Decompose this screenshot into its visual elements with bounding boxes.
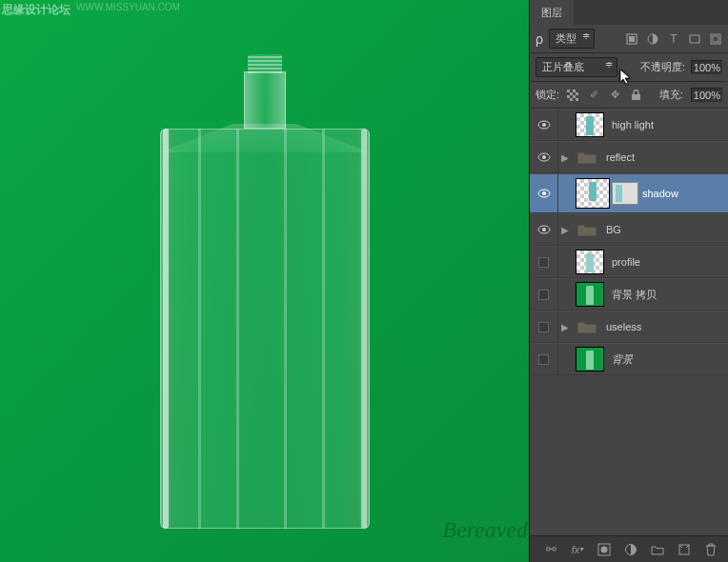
opacity-value[interactable]: 100% bbox=[691, 60, 722, 74]
visibility-toggle[interactable] bbox=[530, 311, 558, 342]
watermark-url: WWW.MISSYUAN.COM bbox=[76, 2, 180, 12]
canvas-area bbox=[0, 0, 529, 562]
svg-point-11 bbox=[542, 123, 546, 127]
visibility-toggle[interactable] bbox=[530, 247, 558, 277]
filter-shape-icon[interactable] bbox=[688, 32, 701, 46]
expand-icon[interactable]: ▶ bbox=[558, 152, 572, 163]
filter-smart-icon[interactable] bbox=[709, 32, 722, 46]
layer-name: BG bbox=[606, 224, 621, 235]
visibility-toggle[interactable] bbox=[530, 344, 558, 374]
layer-thumbnail bbox=[576, 178, 610, 209]
filter-row: ρ 类型 T bbox=[530, 25, 728, 53]
layer-name: high light bbox=[612, 119, 654, 130]
layer-name: 背景 bbox=[612, 352, 633, 367]
layer-thumbnail bbox=[576, 282, 604, 307]
lock-all-icon[interactable] bbox=[628, 88, 643, 103]
folder-icon bbox=[576, 148, 598, 167]
filter-adjust-icon[interactable] bbox=[646, 32, 659, 46]
layer-row-profile[interactable]: profile bbox=[530, 246, 728, 278]
lock-position-icon[interactable]: ✥ bbox=[607, 88, 622, 103]
layer-thumbnail bbox=[576, 347, 604, 371]
eye-icon bbox=[537, 189, 551, 198]
new-layer-icon[interactable] bbox=[677, 542, 692, 557]
layer-name: profile bbox=[612, 256, 640, 268]
layer-row-shadow[interactable]: shadow bbox=[530, 173, 728, 213]
folder-icon bbox=[576, 220, 598, 239]
mask-thumbnail bbox=[612, 182, 638, 205]
blend-mode-dropdown[interactable]: 正片叠底 bbox=[536, 57, 617, 77]
visibility-toggle[interactable] bbox=[530, 214, 558, 245]
layer-name: 背景 拷贝 bbox=[612, 288, 657, 302]
eye-icon bbox=[537, 225, 551, 234]
lock-paint-icon[interactable]: ✐ bbox=[586, 88, 601, 103]
eye-icon bbox=[537, 152, 551, 162]
expand-icon[interactable]: ▶ bbox=[558, 322, 572, 332]
adjustment-icon[interactable] bbox=[623, 542, 638, 557]
panel-tabs: 图层 bbox=[530, 0, 728, 25]
fx-icon[interactable]: fx▾ bbox=[570, 542, 585, 557]
layers-list: high light ▶ reflect shadow ▶ BG bbox=[530, 109, 728, 375]
layer-row-reflect[interactable]: ▶ reflect bbox=[530, 141, 728, 173]
eye-icon bbox=[537, 120, 551, 130]
filter-text-icon[interactable]: T bbox=[667, 32, 680, 46]
opacity-label: 不透明度: bbox=[640, 60, 685, 74]
layer-name: reflect bbox=[606, 151, 635, 163]
fill-value[interactable]: 100% bbox=[691, 88, 722, 102]
layer-name: useless bbox=[606, 321, 641, 332]
panel-bottom-bar: ⚯ fx▾ bbox=[530, 535, 728, 562]
layer-row-background[interactable]: 背景 bbox=[530, 343, 728, 375]
layers-panel: 图层 ρ 类型 T 正片叠底 不透明度: 100% 锁定: ✐ ✥ 填充: 10… bbox=[529, 0, 728, 562]
lock-transparent-icon[interactable] bbox=[565, 88, 580, 103]
tab-layers[interactable]: 图层 bbox=[530, 0, 574, 25]
layer-row-bgcopy[interactable]: 背景 拷贝 bbox=[530, 278, 728, 311]
svg-rect-1 bbox=[629, 36, 635, 42]
folder-icon bbox=[576, 317, 598, 336]
layer-row-highlight[interactable]: high light bbox=[530, 109, 728, 141]
expand-icon[interactable]: ▶ bbox=[558, 225, 572, 235]
svg-rect-3 bbox=[690, 35, 699, 43]
layer-thumbnail bbox=[576, 112, 604, 137]
svg-rect-9 bbox=[632, 94, 640, 100]
svg-rect-5 bbox=[713, 36, 718, 42]
bottle-image bbox=[160, 43, 370, 538]
hidden-icon bbox=[538, 322, 549, 332]
mask-icon[interactable] bbox=[597, 542, 612, 557]
layer-name: shadow bbox=[642, 188, 678, 199]
layer-row-bg[interactable]: ▶ BG bbox=[530, 213, 728, 246]
watermark-signature: Bereaved bbox=[442, 517, 528, 543]
svg-point-17 bbox=[542, 228, 546, 231]
hidden-icon bbox=[538, 290, 549, 300]
svg-point-13 bbox=[542, 155, 546, 159]
filter-kind-dropdown[interactable]: 类型 bbox=[549, 29, 595, 49]
fill-label: 填充: bbox=[659, 88, 683, 102]
svg-point-19 bbox=[601, 546, 608, 552]
visibility-toggle[interactable] bbox=[530, 142, 558, 172]
layer-row-useless[interactable]: ▶ useless bbox=[530, 311, 728, 343]
group-icon[interactable] bbox=[650, 542, 665, 557]
svg-rect-6 bbox=[567, 90, 578, 101]
visibility-toggle[interactable] bbox=[530, 174, 558, 212]
link-layers-icon[interactable]: ⚯ bbox=[543, 542, 558, 557]
filter-pixel-icon[interactable] bbox=[625, 32, 638, 46]
lock-row: 锁定: ✐ ✥ 填充: 100% bbox=[530, 82, 728, 109]
lock-label: 锁定: bbox=[536, 88, 559, 102]
layer-thumbnail bbox=[576, 250, 604, 274]
watermark-title: 思缘设计论坛 bbox=[2, 2, 71, 18]
blend-row: 正片叠底 不透明度: 100% bbox=[530, 53, 728, 82]
visibility-toggle[interactable] bbox=[530, 279, 558, 310]
hidden-icon bbox=[538, 354, 549, 365]
visibility-toggle[interactable] bbox=[530, 110, 558, 140]
filter-search-icon[interactable]: ρ bbox=[536, 31, 543, 47]
svg-point-15 bbox=[542, 191, 546, 195]
trash-icon[interactable] bbox=[703, 542, 718, 557]
hidden-icon bbox=[538, 257, 549, 268]
